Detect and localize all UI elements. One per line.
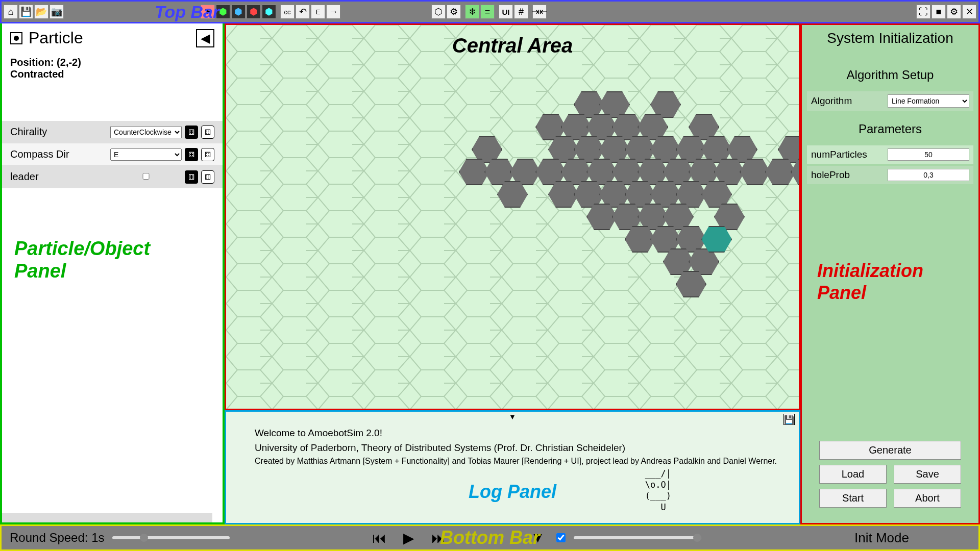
algo-row: Algorithm Line Formation	[807, 91, 973, 111]
snowflake-icon[interactable]: ❄	[465, 5, 479, 19]
video-icon[interactable]: ■	[932, 5, 946, 19]
compass-select[interactable]: E	[110, 148, 182, 161]
dice-white-icon[interactable]: ⚃	[201, 126, 214, 139]
add-obj-icon[interactable]: ⬢	[231, 5, 246, 19]
left-panel-annotation: Particle/ObjectPanel	[14, 238, 150, 282]
undo-icon[interactable]: ↶	[296, 5, 310, 19]
algo-setup-heading: Algorithm Setup	[807, 68, 973, 82]
prop-row-leader: leader ⚃ ⚃	[2, 166, 223, 188]
settings-list-icon[interactable]: ⚙	[447, 5, 461, 19]
dice-white-icon[interactable]: ⚃	[201, 148, 214, 161]
start-button[interactable]: Start	[819, 489, 887, 508]
play-icon[interactable]: ▶	[398, 527, 420, 548]
prop-row-compass: Compass Dir E ⚃ ⚃	[2, 143, 223, 166]
hash-icon[interactable]: #	[514, 5, 528, 19]
numparticles-input[interactable]	[888, 148, 969, 161]
top-bar: ⌂ 💾 📂 📷 Top Bar ➤ ⬢ ⬢ ⬢ ⬢ cc ↶ E → ⬡ ⚙ ❄…	[0, 0, 980, 23]
prop-row-chirality: Chirality CounterClockwise ⚃ ⚃	[2, 121, 223, 143]
top-bar-annotation: Top Bar	[155, 2, 219, 22]
log-annotation: Log Panel	[469, 481, 556, 503]
gear-icon[interactable]: ⚙	[947, 5, 961, 19]
expand-icon[interactable]: ⛶	[916, 5, 930, 19]
camera-icon[interactable]: 📷	[50, 5, 64, 19]
central-annotation: Central Area	[452, 34, 573, 57]
save-icon[interactable]: 💾	[19, 5, 33, 19]
autoscroll-checkbox[interactable]	[556, 533, 566, 542]
close-icon[interactable]: ✕	[962, 5, 976, 19]
home-icon[interactable]: ⌂	[4, 5, 18, 19]
central-area[interactable]: Central Area	[225, 23, 800, 410]
holeprob-input[interactable]	[888, 169, 969, 181]
move-hex-icon[interactable]: ⬢	[262, 5, 276, 19]
params-heading: Parameters	[807, 122, 973, 136]
jump-end-icon[interactable]: ▼	[527, 527, 548, 548]
round-speed-label: Round Speed: 1s	[10, 531, 104, 545]
timeline-slider[interactable]	[574, 536, 701, 539]
param-row-numparticles: numParticles	[807, 145, 973, 164]
save-button[interactable]: Save	[894, 465, 961, 484]
e-button[interactable]: E	[311, 5, 325, 19]
hex-outline-icon[interactable]: ⬡	[431, 5, 446, 19]
arrow-right-icon[interactable]: →	[326, 5, 340, 19]
speed-slider[interactable]	[112, 536, 230, 539]
particle-panel: Particle ◀ Position: (2,-2) Contracted C…	[0, 23, 225, 524]
log-panel: ▼ 💾 Welcome to AmoebotSim 2.0! Universit…	[225, 410, 800, 524]
dice-icon[interactable]: ⚃	[185, 170, 198, 184]
init-panel: System Initialization Algorithm Setup Al…	[800, 23, 980, 524]
bottom-bar: Round Speed: 1s ⏮ ▶ ⏭ ▼ Bottom Bar Init …	[0, 524, 980, 551]
generate-button[interactable]: Generate	[819, 441, 961, 460]
scrollbar-horizontal[interactable]	[2, 513, 212, 522]
bottom-bar-annotation: Bottom Bar	[440, 527, 540, 548]
dice-white-icon[interactable]: ⚃	[201, 170, 214, 184]
algorithm-select[interactable]: Line Formation	[888, 94, 969, 108]
leader-checkbox[interactable]	[110, 173, 182, 180]
particle-icon	[10, 32, 22, 44]
remove-hex-icon[interactable]: ⬢	[247, 5, 261, 19]
collapse-left-icon[interactable]: ◀	[196, 29, 214, 47]
dice-icon[interactable]: ⚃	[185, 126, 198, 139]
open-icon[interactable]: 📂	[34, 5, 48, 19]
equals-icon[interactable]: =	[480, 5, 495, 19]
particle-title: Particle	[29, 29, 83, 47]
svg-rect-2	[226, 25, 799, 409]
param-row-holeprob: holeProb	[807, 166, 973, 184]
skip-forward-icon[interactable]: ⏭	[428, 527, 449, 548]
hex-grid-bg	[226, 25, 799, 409]
skip-back-icon[interactable]: ⏮	[369, 527, 390, 548]
compress-icon[interactable]: ⇥⇤	[532, 5, 547, 19]
particle-info: Position: (2,-2) Contracted	[2, 53, 223, 90]
abort-button[interactable]: Abort	[894, 489, 961, 508]
ui-button[interactable]: UI	[499, 5, 513, 19]
init-title: System Initialization	[807, 30, 973, 46]
mode-label: Init Mode	[854, 530, 970, 546]
cc-button[interactable]: cc	[280, 5, 295, 19]
chirality-select[interactable]: CounterClockwise	[110, 126, 182, 138]
log-text: Welcome to AmoebotSim 2.0! University of…	[234, 416, 791, 467]
log-ascii-art: ___/| \o.O| (___) U	[645, 468, 671, 513]
load-button[interactable]: Load	[819, 465, 887, 484]
dice-icon[interactable]: ⚃	[185, 148, 198, 161]
right-panel-annotation: InitializationPanel	[817, 260, 923, 304]
